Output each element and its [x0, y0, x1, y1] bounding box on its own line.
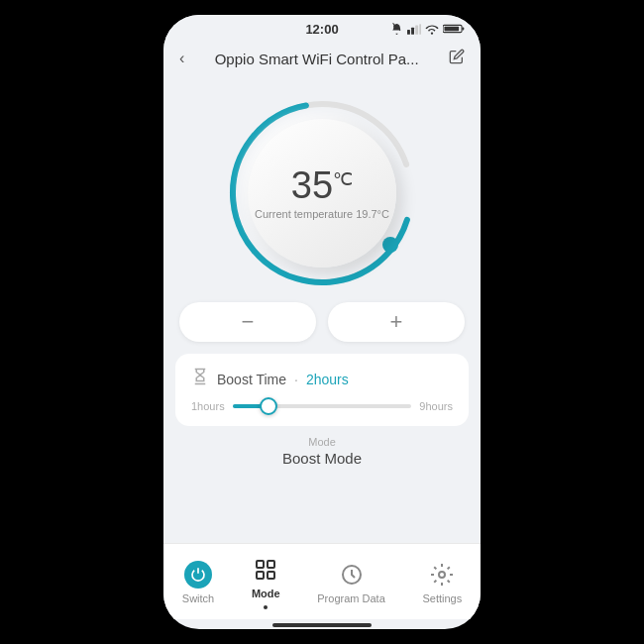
nav-item-mode[interactable]: Mode	[244, 554, 288, 611]
switch-nav-icon	[184, 561, 212, 589]
wifi-icon	[425, 24, 439, 35]
mode-active-dot	[264, 605, 268, 609]
svg-point-15	[439, 572, 445, 578]
page-title: Oppio Smart WiFi Control Pa...	[215, 51, 419, 67]
temperature-display: 35 ℃	[291, 166, 353, 204]
svg-rect-12	[257, 572, 264, 579]
switch-nav-label: Switch	[182, 592, 214, 604]
nav-item-settings[interactable]: Settings	[414, 559, 470, 606]
slider-thumb[interactable]	[260, 397, 277, 415]
signal-icon	[407, 23, 421, 36]
clock-icon	[340, 563, 364, 587]
svg-rect-0	[407, 30, 410, 35]
edit-button[interactable]	[449, 49, 465, 68]
program-data-nav-label: Program Data	[317, 592, 384, 604]
svg-rect-2	[415, 25, 418, 34]
hourglass-icon	[191, 368, 209, 390]
svg-rect-3	[419, 24, 421, 35]
bell-mute-icon	[390, 23, 403, 36]
boost-slider[interactable]	[233, 404, 412, 408]
status-bar: 12:00	[163, 15, 481, 43]
slider-min-label: 1hours	[191, 400, 225, 412]
svg-rect-1	[411, 27, 414, 34]
settings-nav-label: Settings	[422, 592, 462, 604]
temperature-controls: − +	[163, 302, 481, 342]
status-time: 12:00	[305, 22, 338, 37]
thermostat-dial[interactable]: 35 ℃ Current temperature 19.7°C	[223, 94, 421, 292]
slider-max-label: 9hours	[419, 400, 453, 412]
svg-rect-6	[444, 27, 459, 31]
boost-header: Boost Time · 2hours	[191, 368, 453, 390]
mode-label: Mode	[175, 436, 469, 448]
back-button[interactable]: ‹	[179, 50, 184, 67]
dial-inner: 35 ℃ Current temperature 19.7°C	[248, 119, 396, 268]
program-data-nav-icon	[338, 561, 366, 589]
boost-label: Boost Time	[217, 372, 286, 387]
main-content: 35 ℃ Current temperature 19.7°C − +	[163, 78, 481, 543]
temp-unit: ℃	[333, 170, 353, 188]
grid-icon	[254, 558, 277, 582]
boost-card: Boost Time · 2hours 1hours 9hours	[175, 354, 469, 426]
app-header: ‹ Oppio Smart WiFi Control Pa...	[163, 43, 481, 78]
bottom-nav: Switch Mode Program	[163, 543, 481, 619]
boost-slider-container: 1hours 9hours	[191, 400, 453, 426]
set-temperature: 35	[291, 166, 333, 204]
svg-rect-11	[268, 561, 274, 568]
status-icons	[390, 23, 465, 36]
boost-value: 2hours	[306, 372, 349, 387]
svg-point-9	[382, 237, 398, 253]
svg-rect-5	[462, 28, 464, 31]
mode-value: Boost Mode	[175, 450, 469, 467]
power-icon	[190, 567, 206, 583]
mode-nav-icon	[252, 556, 279, 584]
mode-section: Mode Boost Mode	[175, 426, 469, 477]
nav-item-switch[interactable]: Switch	[174, 559, 222, 606]
gear-icon	[430, 563, 454, 587]
increase-button[interactable]: +	[328, 302, 465, 342]
boost-separator: ·	[294, 372, 298, 387]
home-indicator	[272, 623, 372, 627]
decrease-button[interactable]: −	[179, 302, 316, 342]
mode-nav-label: Mode	[252, 588, 280, 599]
nav-item-program-data[interactable]: Program Data	[309, 559, 392, 606]
settings-nav-icon	[428, 561, 456, 589]
current-temperature: Current temperature 19.7°C	[255, 208, 389, 220]
svg-rect-10	[257, 561, 264, 568]
svg-rect-13	[268, 572, 274, 579]
battery-icon	[443, 23, 465, 35]
